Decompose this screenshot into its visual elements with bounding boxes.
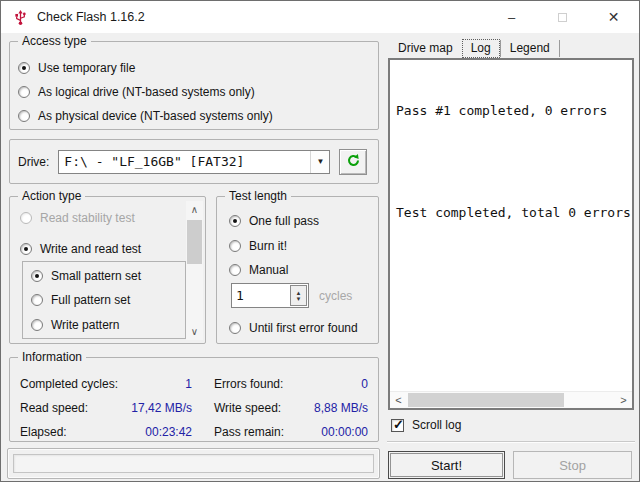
action-type-group: Action type Read stability test Write an… [9,196,206,344]
group-title: Action type [18,189,85,203]
info-label: Completed cycles: [20,377,120,391]
drive-selected-value: F:\ - "LF_16GB" [FAT32] [59,154,310,169]
titlebar[interactable]: Check Flash 1.16.2 – ✕ [1,1,639,33]
check-icon: ✓ [393,417,404,432]
radio-icon [31,270,43,282]
tab-label: Drive map [398,41,453,55]
tabstrip: Drive map Log Legend [389,38,560,59]
log-horizontal-scrollbar[interactable]: < > [390,391,632,408]
radio-label: Use temporary file [38,61,135,75]
app-window: Check Flash 1.16.2 – ✕ Access type Use t… [0,0,640,482]
close-icon: ✕ [608,9,620,25]
drive-group: Drive: F:\ - "LF_16GB" [FAT32] ▼ [9,139,379,184]
info-label: Elapsed: [20,425,120,439]
test-length-group: Test length One full pass Burn it! Manua… [216,196,379,344]
radio-icon [229,215,241,227]
radio-icon [18,86,30,98]
radio-small-pattern-set[interactable]: Small pattern set [23,262,185,287]
radio-icon [20,212,32,224]
tab-legend[interactable]: Legend [501,39,559,58]
info-label: Write speed: [214,401,310,415]
start-button[interactable]: Start! [388,451,505,479]
radio-use-temporary-file[interactable]: Use temporary file [10,56,378,80]
log-line: Test completed, total 0 errors [396,204,632,221]
drive-label: Drive: [18,155,49,169]
radio-label: Burn it! [249,239,287,253]
progress-frame [7,448,380,479]
cycles-unit-label: cycles [319,289,352,303]
scroll-down-icon[interactable]: ∨ [186,323,203,340]
radio-as-logical-drive[interactable]: As logical drive (NT-based systems only) [10,80,378,104]
radio-as-physical-device[interactable]: As physical device (NT-based systems onl… [10,104,378,128]
radio-label: Small pattern set [51,269,141,283]
radio-icon [31,319,43,331]
progress-bar [13,454,374,473]
radio-full-pattern-set[interactable]: Full pattern set [23,287,185,312]
window-controls: – ✕ [486,1,639,33]
radio-until-first-error[interactable]: Until first error found [221,316,379,340]
dropdown-button[interactable]: ▼ [310,151,329,173]
radio-label: Until first error found [249,321,358,335]
log-text: Pass #1 completed, 0 errors Test complet… [390,60,632,391]
maximize-button [537,1,588,33]
info-value: 1 [120,377,192,391]
group-title: Information [18,350,86,364]
radio-read-stability-test: Read stability test [12,206,182,230]
info-value: 0 [310,377,368,391]
pattern-set-frame: Small pattern set Full pattern set Write… [22,261,186,339]
scrollbar-track[interactable] [407,392,615,408]
radio-write-pattern[interactable]: Write pattern [23,312,185,337]
group-title: Test length [225,189,291,203]
log-panel: Pass #1 completed, 0 errors Test complet… [388,58,634,410]
info-value: 17,42 MB/s [120,401,192,415]
scrollbar-thumb[interactable] [408,393,564,407]
scrollbar-track[interactable] [186,218,203,323]
client-area: Access type Use temporary file As logica… [1,33,639,481]
start-button-label: Start! [431,458,462,473]
scroll-log-checkbox[interactable]: ✓ Scroll log [391,416,461,434]
checkbox-label: Scroll log [412,418,461,432]
log-line [396,153,632,170]
spin-down-icon[interactable]: ▼ [296,296,302,302]
action-type-scrollbar[interactable]: ∧ ∨ [186,201,203,340]
radio-write-and-read-test[interactable]: Write and read test [12,237,182,261]
radio-icon [229,240,241,252]
chevron-down-icon: ▼ [316,157,324,166]
tab-label: Log [471,41,491,55]
radio-icon [18,62,30,74]
cycles-row: 1 ▲ ▼ cycles [231,283,352,308]
stop-button: Stop [513,451,632,479]
scroll-right-icon[interactable]: > [615,392,632,408]
cycles-input[interactable]: 1 ▲ ▼ [231,283,309,308]
scroll-up-icon[interactable]: ∧ [186,201,203,218]
scrollbar-thumb[interactable] [187,220,202,264]
radio-manual[interactable]: Manual [221,258,371,282]
radio-burn-it[interactable]: Burn it! [221,234,371,258]
radio-icon [229,322,241,334]
information-grid: Completed cycles: 1 Errors found: 0 Read… [10,358,378,444]
cycles-value: 1 [232,288,290,303]
minimize-button[interactable]: – [486,1,537,33]
refresh-icon [346,153,361,171]
tab-log[interactable]: Log [462,39,500,58]
radio-label: Read stability test [40,211,135,225]
tab-label: Legend [510,41,550,55]
minimize-icon: – [508,10,515,25]
refresh-drives-button[interactable] [339,149,367,175]
group-title: Access type [18,34,91,48]
radio-icon [31,294,43,306]
radio-label: Manual [249,263,288,277]
info-value: 00:23:42 [120,425,192,439]
radio-label: Write pattern [51,318,119,332]
radio-label: Full pattern set [51,293,130,307]
window-title: Check Flash 1.16.2 [37,10,145,24]
scroll-left-icon[interactable]: < [390,392,407,408]
checkbox-icon: ✓ [391,419,404,432]
tab-drive-map[interactable]: Drive map [389,39,462,58]
tab-separator [559,40,560,57]
radio-label: One full pass [249,214,319,228]
radio-one-full-pass[interactable]: One full pass [221,209,371,233]
close-button[interactable]: ✕ [588,1,639,33]
cycles-stepper[interactable]: ▲ ▼ [290,285,307,306]
drive-select[interactable]: F:\ - "LF_16GB" [FAT32] ▼ [58,150,330,174]
